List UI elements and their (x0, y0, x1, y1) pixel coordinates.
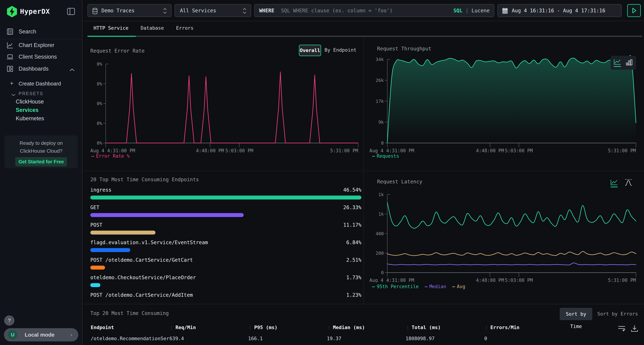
table-divider (83, 304, 644, 304)
sidebar: HyperDX Search Chart Explorer Client Ses… (0, 0, 82, 345)
table-cell: 166.1 (248, 336, 327, 341)
hyperdx-app: HyperDX Search Chart Explorer Client Ses… (0, 0, 644, 345)
svg-text:0: 0 (381, 140, 384, 146)
sidebar-item-search[interactable]: Search (0, 26, 82, 37)
chevron-up-icon[interactable] (69, 67, 75, 73)
bar-chart-icon[interactable] (625, 58, 633, 67)
endpoint-row[interactable]: ingress46.54% (90, 185, 361, 203)
legend-item: —Median (425, 284, 446, 289)
user-avatar: U (8, 330, 18, 340)
table-column-header[interactable]: ⋮Req/Min (170, 325, 248, 330)
lucene-toggle[interactable]: Lucene (472, 8, 490, 13)
overall-toggle-button[interactable]: Overall (299, 45, 321, 56)
latency-chart[interactable]: 1k1k4002000Aug 4 4:31:00 PM4:48:00 PM5:0… (370, 182, 640, 283)
presets-section-toggle[interactable]: PRESETS (0, 89, 82, 98)
preset-label: ClickHouse (16, 98, 44, 105)
sidebar-item-label: Chart Explorer (18, 42, 54, 48)
table-row[interactable]: /oteldemo.RecommendationServ639.4166.119… (83, 336, 621, 341)
help-button[interactable]: ? (4, 316, 14, 326)
preset-services[interactable]: Services (0, 106, 82, 114)
throughput-chart[interactable]: 34k26k17k9k0Aug 4 4:31:00 PM4:48:00 PM5:… (370, 54, 640, 154)
query-language-toggle[interactable]: SQL | Lucene (454, 8, 490, 13)
preset-label: Services (16, 107, 39, 113)
preset-kubernetes[interactable]: Kubernetes (0, 114, 82, 123)
sidebar-item-client-sessions[interactable]: Client Sessions (0, 51, 82, 62)
table-column-header[interactable]: Endpoint (91, 325, 170, 330)
column-drag-handle-icon[interactable]: ⋮ (327, 325, 331, 330)
by-endpoint-toggle[interactable]: By Endpoint (324, 47, 356, 53)
tabs-underline (88, 36, 642, 37)
table-cell: 19.37 (327, 336, 406, 341)
sidebar-divider (0, 39, 82, 39)
endpoint-percent: 1.23% (346, 292, 361, 298)
cloud-card-line1: Ready to deploy on (4, 140, 78, 146)
svg-text:1k: 1k (378, 211, 384, 217)
preset-clickhouse[interactable]: ClickHouse (0, 97, 82, 106)
local-mode-button[interactable]: U Local mode › (4, 328, 78, 342)
endpoint-row[interactable]: flagd.evaluation.v1.Service/EventStream6… (90, 238, 361, 255)
svg-text:Aug 4 4:31:00 PM: Aug 4 4:31:00 PM (370, 278, 414, 283)
logo-text[interactable]: HyperDX (20, 7, 50, 15)
legend-label: Avg (457, 284, 465, 289)
source-select-value: Demo Traces (102, 8, 134, 13)
service-select-value: All Services (180, 8, 216, 13)
column-label: P95 (ms) (254, 325, 278, 330)
sort-by-errors-button[interactable]: Sort by Errors (597, 311, 638, 317)
svg-text:5:31:00 PM: 5:31:00 PM (330, 148, 358, 153)
table-column-header[interactable]: ⋮Errors/Min (484, 325, 621, 330)
wrap-lines-icon[interactable] (618, 325, 626, 333)
tab-http-service[interactable]: HTTP Service (88, 21, 134, 36)
column-drag-handle-icon[interactable]: ⋮ (248, 325, 252, 330)
column-drag-handle-icon[interactable]: ⋮ (170, 325, 174, 330)
legend-label: Error Rate % (96, 153, 130, 159)
svg-text:200: 200 (376, 251, 384, 256)
select-chevrons-icon (162, 7, 167, 16)
source-select[interactable]: Demo Traces (88, 4, 172, 17)
where-placeholder: SQL WHERE clause (ex. column = 'foo') (281, 8, 393, 13)
column-label: Median (ms) (333, 325, 365, 330)
tab-database[interactable]: Database (134, 21, 170, 36)
table-column-header[interactable]: ⋮P95 (ms) (248, 325, 327, 330)
service-select[interactable]: All Services (174, 4, 251, 17)
column-label: Endpoint (91, 325, 114, 330)
endpoint-row[interactable]: POST /oteldemo.CartService/GetCart2.51% (90, 255, 361, 273)
legend-swatch: — (372, 284, 375, 289)
legend-item: —Avg (452, 284, 465, 289)
tab-errors[interactable]: Errors (170, 21, 200, 36)
sql-toggle[interactable]: SQL (454, 8, 462, 13)
table-corner-icons (618, 325, 639, 333)
endpoints-list: ingress46.54%GET26.33%POST11.17%flagd.ev… (90, 185, 361, 300)
svg-text:0: 0 (381, 270, 384, 275)
endpoint-label: ingress (90, 187, 112, 193)
sidebar-item-dashboards[interactable]: Dashboards (0, 63, 82, 74)
table-title: Top 20 Most Time Consuming (90, 310, 169, 316)
where-input[interactable]: WHERE SQL WHERE clause (ex. column = 'fo… (254, 4, 494, 17)
column-drag-handle-icon[interactable]: ⋮ (406, 325, 410, 330)
get-started-button[interactable]: Get Started for Free (15, 157, 67, 166)
endpoint-percent: 1.73% (346, 275, 361, 281)
date-range-picker[interactable]: Aug 4 16:31:16 - Aug 4 17:31:16 (498, 4, 622, 17)
table-cell: 0 (484, 336, 621, 341)
download-icon[interactable] (630, 325, 639, 333)
svg-text:26k: 26k (376, 78, 384, 83)
create-dashboard-button[interactable]: + Create Dashboard (0, 79, 82, 88)
chart-explorer-icon (6, 42, 14, 50)
sidebar-item-chart-explorer[interactable]: Chart Explorer (0, 39, 82, 51)
endpoint-row[interactable]: GET26.33% (90, 203, 361, 220)
calendar-icon (502, 7, 508, 16)
run-query-button[interactable] (627, 4, 641, 17)
table-column-header[interactable]: ⋮Total (ms) (406, 325, 484, 330)
endpoint-row[interactable]: POST /oteldemo.CartService/AddItem1.23% (90, 290, 361, 300)
table-column-header[interactable]: ⋮Median (ms) (327, 325, 406, 330)
plus-icon: + (10, 80, 14, 87)
sort-by-time-button[interactable]: Sort by Time (560, 308, 592, 320)
line-chart-icon[interactable] (614, 58, 621, 67)
preset-label: Kubernetes (16, 115, 44, 122)
error-rate-chart[interactable]: 0%0%0%0%0%Aug 4 4:31:00 PM4:48:00 PM5:03… (90, 59, 360, 154)
column-drag-handle-icon[interactable]: ⋮ (484, 325, 488, 330)
endpoint-row[interactable]: POST11.17% (90, 220, 361, 238)
sidebar-collapse-icon[interactable] (67, 7, 75, 16)
endpoint-row[interactable]: oteldemo.CheckoutService/PlaceOrder1.73% (90, 273, 361, 290)
endpoint-percent: 6.84% (346, 240, 361, 245)
table-cell: 639.4 (170, 336, 248, 341)
